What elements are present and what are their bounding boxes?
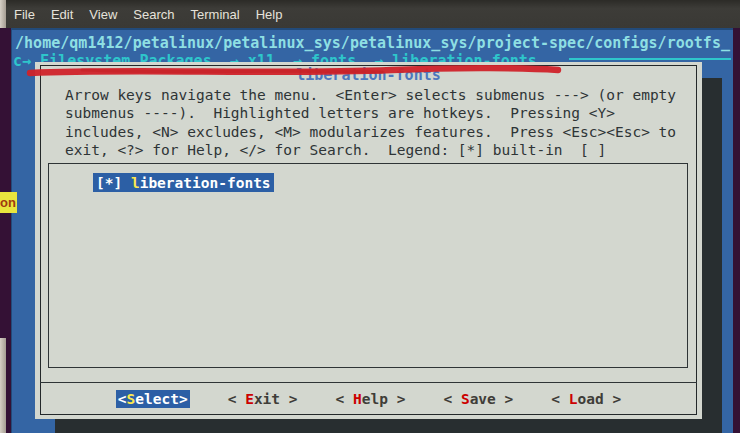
help-hotkey: H xyxy=(353,391,362,407)
checkbox-state: [*] xyxy=(96,175,131,191)
instructions-line: includes, <N> excludes, <M> modularizes … xyxy=(65,123,676,141)
background-window-fragment: on xyxy=(0,192,17,213)
instructions-line: submenus ----). Highlighted letters are … xyxy=(65,104,676,122)
menu-search[interactable]: Search xyxy=(133,7,174,22)
menu-view[interactable]: View xyxy=(89,7,117,22)
dialog-buttons: <Select> < Exit > < Help > < Save > < Lo… xyxy=(35,389,702,409)
save-hotkey: S xyxy=(461,391,470,407)
instructions-line: Arrow keys navigate the menu. <Enter> se… xyxy=(65,86,676,104)
exit-hotkey: E xyxy=(245,391,254,407)
dialog-instructions: Arrow keys navigate the menu. <Enter> se… xyxy=(65,86,676,160)
dialog-title: liberation-fonts xyxy=(291,66,446,84)
item-label: iberation-fonts xyxy=(140,175,271,191)
background-fragment-label: on xyxy=(0,195,16,210)
menuconfig-dialog: liberation-fonts Arrow keys navigate the… xyxy=(35,62,702,419)
menu-help[interactable]: Help xyxy=(256,7,283,22)
item-hotkey-letter: l xyxy=(131,175,140,191)
menu-edit[interactable]: Edit xyxy=(51,7,73,22)
menu-terminal[interactable]: Terminal xyxy=(191,7,240,22)
save-button[interactable]: < Save > xyxy=(443,391,513,407)
help-button[interactable]: < Help > xyxy=(336,391,406,407)
background-window-edge xyxy=(0,338,6,433)
option-list: [*] liberation-fonts xyxy=(48,163,688,368)
menu-file[interactable]: File xyxy=(14,7,35,22)
exit-button[interactable]: < Exit > xyxy=(228,391,298,407)
list-item-liberation-fonts[interactable]: [*] liberation-fonts xyxy=(93,173,274,192)
breadcrumb-rule xyxy=(569,58,731,60)
load-hotkey: L xyxy=(569,391,578,407)
load-button[interactable]: < Load > xyxy=(551,391,621,407)
menuconfig-path: /home/qm1412/petalinux/petalinux_sys/pet… xyxy=(15,34,730,52)
select-hotkey: S xyxy=(127,391,136,407)
button-separator xyxy=(40,382,697,383)
terminal-menubar: File Edit View Search Terminal Help xyxy=(6,0,740,28)
select-button[interactable]: <Select> xyxy=(116,390,190,408)
instructions-line: exit, <?> for Help, </> for Search. Lege… xyxy=(65,141,676,159)
screen: on File Edit View Search Terminal Help /… xyxy=(0,0,740,433)
